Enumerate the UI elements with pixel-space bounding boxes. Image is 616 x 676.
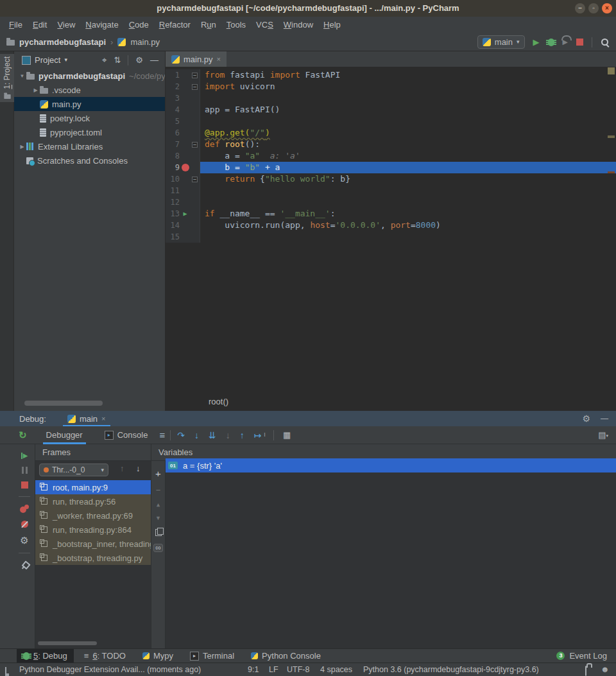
restore-layout-icon[interactable]: ▤▾ bbox=[598, 430, 608, 440]
code-text[interactable] bbox=[200, 196, 616, 208]
tree-item-pycharmdebugfastapi[interactable]: ▼pycharmdebugfastapi~/code/pycharmdebugf… bbox=[14, 69, 165, 83]
menu-item-tools[interactable]: Tools bbox=[221, 17, 251, 33]
variable-row[interactable]: 01a = {str} 'a' bbox=[166, 458, 616, 472]
debugger-settings-gear-icon[interactable]: ⚙ bbox=[20, 535, 28, 545]
code-text[interactable]: if __name__ == '__main__': bbox=[200, 208, 616, 220]
collapsed-arrow-icon[interactable]: ▶ bbox=[18, 144, 26, 150]
step-into-icon[interactable]: ↓ bbox=[194, 431, 199, 440]
step-into-my-code-icon[interactable]: ⇊ bbox=[209, 431, 216, 440]
code-text[interactable]: from fastapi import FastAPI bbox=[200, 69, 616, 81]
rerun-icon[interactable]: ↻ bbox=[19, 430, 27, 440]
stop-button[interactable] bbox=[576, 39, 583, 46]
tool-window-tab-terminal[interactable]: ▸Terminal bbox=[184, 649, 241, 663]
show-watches-icon[interactable]: ∞ bbox=[153, 544, 163, 552]
menu-item-help[interactable]: Help bbox=[318, 17, 346, 33]
collapse-all-icon[interactable]: ⇅ bbox=[114, 56, 121, 64]
code-text[interactable] bbox=[200, 185, 616, 196]
code-text[interactable] bbox=[200, 116, 616, 127]
code-text[interactable]: import uvicorn bbox=[200, 81, 616, 92]
caret-position[interactable]: 9:1 bbox=[248, 663, 259, 676]
code-text[interactable]: @app.get("/") bbox=[200, 127, 616, 139]
run-line-icon[interactable]: ▶ bbox=[183, 208, 187, 220]
previous-frame-icon[interactable]: ↑ bbox=[120, 464, 124, 472]
close-icon[interactable]: × bbox=[101, 415, 105, 422]
tree-item-main-py[interactable]: main.py bbox=[14, 97, 165, 111]
close-window-icon[interactable]: × bbox=[602, 3, 612, 13]
move-watch-up-icon[interactable]: ▼ bbox=[155, 502, 161, 508]
fold-marker-icon[interactable]: − bbox=[192, 73, 198, 78]
project-view-select[interactable]: Project ▾ bbox=[22, 55, 67, 65]
breakpoint-stripe-mark[interactable] bbox=[608, 171, 615, 173]
menu-item-window[interactable]: Window bbox=[278, 17, 318, 33]
hide-panel-icon[interactable]: — bbox=[601, 415, 608, 422]
run-button[interactable]: ▶ bbox=[533, 38, 540, 46]
menu-item-edit[interactable]: Edit bbox=[28, 17, 52, 33]
fold-marker-icon[interactable]: − bbox=[192, 84, 198, 90]
duplicate-watch-icon[interactable] bbox=[155, 529, 162, 536]
hide-panel-icon[interactable]: — bbox=[150, 56, 158, 64]
frame-row[interactable]: root, main.py:9 bbox=[35, 480, 151, 494]
menu-item-vcs[interactable]: VCS bbox=[251, 17, 278, 33]
menu-item-view[interactable]: View bbox=[52, 17, 80, 33]
tree-item-pyproject-toml[interactable]: pyproject.toml bbox=[14, 125, 165, 139]
frames-horizontal-scrollbar[interactable] bbox=[38, 641, 97, 645]
run-with-coverage-button[interactable]: ▶ bbox=[563, 39, 568, 46]
expanded-arrow-icon[interactable]: ▼ bbox=[18, 73, 26, 79]
tab-console[interactable]: ▸ Console bbox=[98, 426, 155, 444]
gear-icon[interactable]: ⚙ bbox=[582, 414, 590, 423]
tree-item-external-libraries[interactable]: ▶External Libraries bbox=[14, 139, 165, 153]
encoding-indicator[interactable]: UTF-8 bbox=[287, 663, 309, 676]
code-text[interactable]: def root(): bbox=[200, 139, 616, 150]
warning-stripe-mark[interactable] bbox=[608, 135, 615, 138]
move-watch-down-icon[interactable]: ▼ bbox=[155, 516, 161, 521]
minimize-window-icon[interactable]: – bbox=[575, 3, 585, 13]
locate-file-icon[interactable]: ⌖ bbox=[102, 56, 107, 64]
step-over-icon[interactable]: ↷ bbox=[177, 431, 185, 440]
fold-marker-icon[interactable]: − bbox=[192, 142, 198, 148]
tool-window-tab-5-debug[interactable]: 5: Debug bbox=[17, 649, 74, 663]
code-text[interactable]: uvicorn.run(app, host='0.0.0.0', port=80… bbox=[200, 220, 616, 231]
run-to-cursor-icon[interactable]: ↦ bbox=[254, 431, 262, 440]
tool-window-tab-python-console[interactable]: Python Console bbox=[244, 649, 327, 663]
tree-item-scratches-and-consoles[interactable]: Scratches and Consoles bbox=[14, 153, 165, 168]
editor-breadcrumb-scope[interactable]: root() bbox=[166, 393, 616, 411]
force-step-into-icon[interactable]: ↓ bbox=[226, 431, 230, 440]
tree-item--vscode[interactable]: ▶.vscode bbox=[14, 83, 165, 97]
debug-button[interactable] bbox=[548, 39, 554, 46]
code-text[interactable]: app = FastAPI() bbox=[200, 104, 616, 116]
pause-program-icon[interactable] bbox=[22, 467, 28, 474]
pin-tab-icon[interactable] bbox=[19, 559, 30, 571]
run-configuration-select[interactable]: main ▾ bbox=[477, 35, 525, 49]
next-frame-icon[interactable]: ↓ bbox=[136, 464, 141, 472]
code-text[interactable]: return {"hello world": b} bbox=[200, 173, 616, 185]
tree-item-poetry-lock[interactable]: poetry.lock bbox=[14, 111, 165, 125]
code-text[interactable]: a = "a" a: 'a' bbox=[200, 150, 616, 162]
fold-marker-icon[interactable]: − bbox=[192, 177, 198, 182]
event-log-button[interactable]: 3 Event Log bbox=[556, 651, 616, 661]
maximize-window-icon[interactable]: ▫ bbox=[588, 3, 599, 13]
menu-item-refactor[interactable]: Refactor bbox=[154, 17, 196, 33]
evaluate-expression-icon[interactable]: ▦ bbox=[283, 431, 291, 439]
inspection-status-square[interactable] bbox=[608, 67, 615, 74]
code-editor[interactable]: 1−from fastapi import FastAPI2−import uv… bbox=[166, 67, 616, 393]
breadcrumb-file[interactable]: main.py bbox=[130, 37, 160, 47]
new-watch-icon[interactable]: + bbox=[155, 469, 161, 478]
tool-window-tab-mypy[interactable]: Mypy bbox=[136, 649, 180, 663]
line-ending-indicator[interactable]: LF bbox=[269, 663, 278, 676]
indent-indicator[interactable]: 4 spaces bbox=[320, 663, 352, 676]
frame-row[interactable]: _bootstrap_inner, threading.py bbox=[35, 537, 151, 551]
code-text[interactable] bbox=[200, 92, 616, 104]
view-breakpoints-icon[interactable] bbox=[20, 505, 29, 513]
close-icon[interactable]: × bbox=[217, 55, 221, 63]
lock-icon[interactable] bbox=[585, 664, 586, 676]
gear-icon[interactable]: ⚙ bbox=[135, 56, 143, 64]
collapsed-arrow-icon[interactable]: ▶ bbox=[31, 87, 40, 93]
stop-icon[interactable] bbox=[21, 481, 28, 489]
code-text[interactable] bbox=[200, 231, 616, 243]
breakpoint-icon[interactable] bbox=[182, 164, 189, 171]
thread-select[interactable]: Thr...-0_0 ▾ bbox=[39, 464, 108, 476]
menu-item-run[interactable]: Run bbox=[196, 17, 221, 33]
menu-item-code[interactable]: Code bbox=[124, 17, 154, 33]
tool-window-toggle-icon[interactable] bbox=[5, 666, 6, 676]
frame-row[interactable]: run, threading.py:864 bbox=[35, 523, 151, 537]
